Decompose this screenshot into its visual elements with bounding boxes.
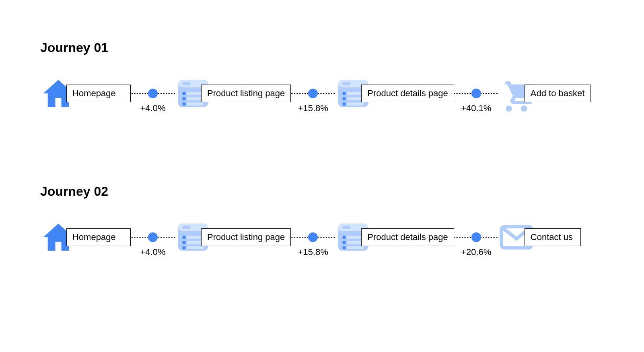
svg-rect-17 <box>347 103 364 106</box>
bullet-icon <box>308 232 318 242</box>
journey-title: Journey 02 <box>40 184 604 199</box>
svg-rect-29 <box>343 226 350 229</box>
step-label: Product details page <box>361 85 454 102</box>
svg-rect-32 <box>343 241 346 244</box>
svg-rect-3 <box>183 92 186 95</box>
step-label: Contact us <box>525 228 581 246</box>
journey-step: Product details page <box>335 219 454 255</box>
svg-rect-16 <box>343 103 346 106</box>
journey-step: Homepage <box>40 75 131 112</box>
svg-rect-35 <box>347 246 364 250</box>
step-label: Homepage <box>66 85 131 102</box>
svg-rect-34 <box>343 246 346 250</box>
journey-flow: Homepage +4.0% Product listing page <box>40 219 604 255</box>
flow-connector: +4.0% <box>131 89 175 98</box>
flow-connector: +15.8% <box>291 89 335 98</box>
svg-rect-7 <box>183 103 186 106</box>
flow-connector: +15.8% <box>291 232 335 242</box>
journey-step: Add to basket <box>498 75 591 112</box>
svg-rect-26 <box>187 246 204 250</box>
connector-label: +15.8% <box>298 247 328 257</box>
svg-rect-8 <box>187 103 204 106</box>
journey-step: Product listing page <box>175 219 291 255</box>
svg-rect-30 <box>343 236 346 239</box>
svg-rect-5 <box>183 97 186 100</box>
step-label: Add to basket <box>525 85 591 102</box>
connector-label: +20.6% <box>461 247 491 257</box>
journey-section: Journey 01 Homepage +4.0% <box>40 40 604 112</box>
step-label: Product listing page <box>201 85 291 102</box>
connector-label: +40.1% <box>461 103 491 114</box>
journey-step: Product details page <box>335 75 454 112</box>
flow-connector: +40.1% <box>454 89 498 98</box>
step-label: Product listing page <box>201 228 291 246</box>
bullet-icon <box>148 89 158 98</box>
journey-flow: Homepage +4.0% Product listing page <box>40 75 604 112</box>
connector-label: +15.8% <box>298 103 328 114</box>
svg-rect-11 <box>343 82 350 85</box>
svg-rect-2 <box>183 82 190 85</box>
journey-title: Journey 01 <box>40 40 604 55</box>
bullet-icon <box>148 232 158 242</box>
journey-section: Journey 02 Homepage +4.0% <box>40 184 604 255</box>
svg-rect-14 <box>343 97 346 100</box>
step-label: Homepage <box>66 228 131 246</box>
svg-rect-20 <box>183 226 190 229</box>
svg-rect-23 <box>183 241 186 244</box>
connector-label: +4.0% <box>140 103 166 114</box>
flow-connector: +4.0% <box>131 232 175 242</box>
step-label: Product details page <box>361 228 454 246</box>
svg-rect-12 <box>343 92 346 95</box>
connector-label: +4.0% <box>140 247 166 257</box>
journey-step: Product listing page <box>175 75 291 112</box>
svg-rect-21 <box>183 236 186 239</box>
svg-rect-25 <box>183 246 186 250</box>
journey-step: Homepage <box>40 219 131 255</box>
bullet-icon <box>471 232 481 242</box>
journey-step: Contact us <box>498 219 581 255</box>
bullet-icon <box>471 89 481 98</box>
flow-connector: +20.6% <box>454 232 498 242</box>
bullet-icon <box>308 89 318 98</box>
